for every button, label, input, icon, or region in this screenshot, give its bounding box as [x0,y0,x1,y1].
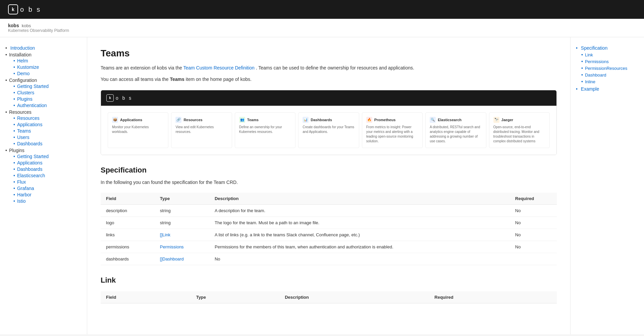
link-col-description: Description [279,291,429,303]
sidebar-link-dashboards[interactable]: Dashboards [17,141,43,146]
link-table: Field Type Description Required [101,291,557,303]
sidebar-link-plugins-harbor[interactable]: Harbor [17,192,32,197]
link-col-required: Required [429,291,557,303]
sidebar-link-resources[interactable]: Resources [17,115,40,121]
sidebar-item-plugins: Plugins [13,96,82,102]
link-section-title: Link [101,276,557,285]
preview-card-prometheus: 🔥 Prometheus From metrics to insight: Po… [362,112,423,148]
sidebar-link-introduction[interactable]: Introduction [10,45,35,51]
spec-field-description: description [101,205,155,217]
sidebar-link-plugins[interactable]: Plugins [17,96,33,102]
right-sidebar-link-permissions[interactable]: Permissions [585,59,609,64]
preview-card-elasticsearch: 🔍 Elasticsearch A distributed, RESTful s… [425,112,486,148]
sidebar-link-teams[interactable]: Teams [17,128,31,134]
right-sidebar-sub-permissionresources: PermissionResources [581,65,639,71]
preview-card-applications-title: 📦 Applications [112,117,164,123]
preview-card-resources-desc: View and edit Kubernetes resources. [175,125,227,134]
sidebar-link-plugins-istio[interactable]: Istio [17,198,26,204]
preview-card-teams: 👥 Teams Define an ownership for your Kub… [235,112,296,148]
spec-row-dashboards: dashboards []Dashboard No [101,253,557,265]
page-title: Teams [101,48,557,59]
sidebar-section-plugins: Plugins Getting Started Applications Das… [5,148,82,204]
spec-row-logo: logo string The logo for the team. Must … [101,217,557,229]
sidebar-group-plugins: Plugins [5,148,82,153]
right-sidebar-sub-dashboard: Dashboard [581,72,639,78]
right-sidebar-link-permissionresources[interactable]: PermissionResources [585,66,627,71]
main-content: Teams Teams are an extension of kobs via… [87,37,570,334]
sidebar-item-users: Users [13,135,82,140]
sidebar-link-kustomize[interactable]: Kustomize [17,64,39,70]
sidebar-link-plugins-elasticsearch[interactable]: Elasticsearch [17,173,45,178]
specification-intro: In the following you can found the speci… [101,179,557,186]
sidebar-item-clusters: Clusters [13,90,82,95]
sidebar-item-demo: Demo [13,71,82,76]
sidebar-item-helm: Helm [13,58,82,63]
intro-teams-bold: Teams [170,77,184,82]
breadcrumb-desc: Kubernetes Observability Platform [8,28,69,33]
spec-field-dashboards: dashboards [101,253,155,265]
sidebar-item-resources: Resources [13,115,82,121]
intro-crd-link[interactable]: Team Custom Resource Definition [183,65,254,70]
spec-required-description: No [510,205,557,217]
spec-required-dashboards [510,253,557,265]
spec-type-description: string [155,205,209,217]
preview-card-jaeger-desc: Open-source, end-to-end distributed trac… [493,125,545,144]
page-intro-1: Teams are an extension of kobs via the T… [101,64,557,71]
right-sidebar-item-specification: Specification Link Permissions Permissio… [576,45,639,84]
intro-text-2-pre: You can access all teams via the [101,77,169,82]
right-sidebar-link-dashboard[interactable]: Dashboard [585,73,606,78]
sidebar-link-authentication[interactable]: Authentication [17,103,47,108]
breadcrumb-area: kobs kobs Kubernetes Observability Platf… [0,19,644,37]
preview-card-resources-title: 🔗 Resources [175,117,227,123]
sidebar-item-plugins-istio: Istio [13,198,82,204]
spec-desc-description: A description for the team. [209,205,510,217]
sidebar-link-plugins-grafana[interactable]: Grafana [17,186,34,191]
preview-card-resources: 🔗 Resources View and edit Kubernetes res… [171,112,232,148]
sidebar-item-teams: Teams [13,128,82,134]
preview-card-jaeger-title: 🔭 Jaeger [493,117,545,123]
specification-title: Specification [101,166,557,175]
spec-col-required: Required [510,193,557,205]
sidebar-link-plugins-dashboards[interactable]: Dashboards [17,166,43,172]
dashboards-icon: 📊 [303,117,309,123]
right-sidebar-item-example: Example [576,86,639,92]
sidebar-item-authentication: Authentication [13,103,82,108]
spec-type-permissions-link[interactable]: Permissions [160,244,184,249]
sidebar-link-plugins-flux[interactable]: Flux [17,179,26,185]
sidebar-item-plugins-flux: Flux [13,179,82,185]
preview-card-teams-desc: Define an ownership for your Kubernetes … [239,125,291,134]
left-sidebar: • Introduction Installation Helm Kustomi… [0,37,87,334]
spec-required-permissions: No [510,241,557,253]
sidebar-link-plugins-applications[interactable]: Applications [17,160,43,165]
logo[interactable]: k o b s [8,4,41,14]
logo-k-icon: k [8,4,18,14]
sidebar-link-users[interactable]: Users [17,135,30,140]
right-sidebar: Specification Link Permissions Permissio… [570,37,644,334]
right-sidebar-link-inline[interactable]: Inline [585,79,595,84]
sidebar-group-resources: Resources [5,109,82,115]
right-sidebar-link-specification[interactable]: Specification [581,45,607,51]
sidebar-item-dashboards: Dashboards [13,141,82,146]
sidebar-item-config-getting-started: Getting Started [13,84,82,89]
preview-card-elasticsearch-desc: A distributed, RESTful search and analyt… [430,125,482,144]
sidebar-link-helm[interactable]: Helm [17,58,28,63]
right-sidebar-link-example[interactable]: Example [581,86,599,92]
sidebar-item-plugins-grafana: Grafana [13,186,82,191]
spec-field-permissions: permissions [101,241,155,253]
resources-icon: 🔗 [175,117,181,123]
specification-table: Field Type Description Required descript… [101,193,557,265]
sidebar-item-plugins-applications: Applications [13,160,82,165]
spec-type-dashboards-link[interactable]: []Dashboard [160,256,184,261]
sidebar-link-plugins-getting-started[interactable]: Getting Started [17,154,49,159]
sidebar-link-applications[interactable]: Applications [17,122,43,127]
sidebar-link-demo[interactable]: Demo [17,71,30,76]
spec-type-links-link[interactable]: []Link [160,232,170,237]
spec-required-logo: No [510,217,557,229]
right-sidebar-link-link[interactable]: Link [585,52,593,57]
sidebar-group-installation: Installation [5,52,82,57]
sidebar-link-config-getting-started[interactable]: Getting Started [17,84,49,89]
sidebar-link-clusters[interactable]: Clusters [17,90,34,95]
sidebar-item-plugins-dashboards: Dashboards [13,166,82,172]
breadcrumb-sub: kobs [22,23,31,28]
right-sidebar-sub-permissions: Permissions [581,59,639,64]
